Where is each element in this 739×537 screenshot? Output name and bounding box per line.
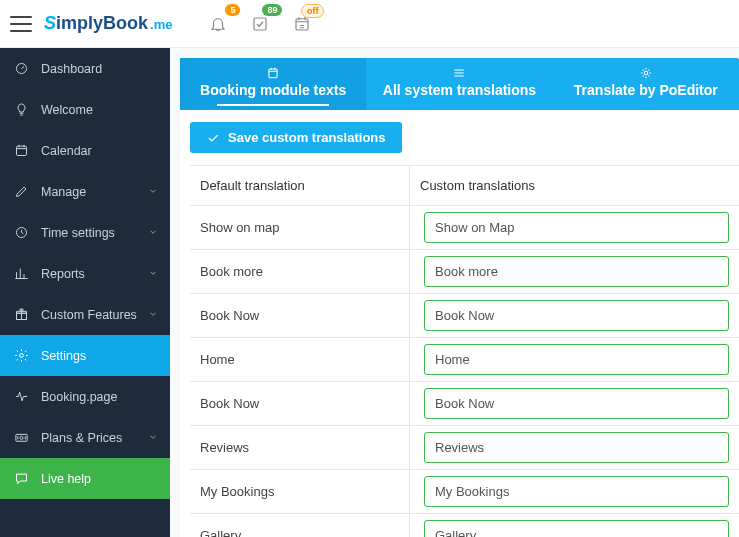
sidebar-item-settings[interactable]: Settings bbox=[0, 335, 170, 376]
header-custom: Custom translations bbox=[410, 166, 739, 205]
tabs: Booking module textsAll system translati… bbox=[180, 58, 739, 110]
table-row: Show on map bbox=[190, 206, 739, 250]
sidebar-item-label: Custom Features bbox=[41, 308, 137, 322]
booking-status-badge: off bbox=[301, 4, 325, 18]
custom-translation-input[interactable] bbox=[424, 432, 729, 463]
sidebar-item-label: Reports bbox=[41, 267, 85, 281]
sidebar-item-calendar[interactable]: Calendar bbox=[0, 130, 170, 171]
tasks-icon[interactable]: 89 bbox=[248, 12, 272, 36]
chat-icon bbox=[14, 471, 29, 486]
default-translation-cell: Book Now bbox=[190, 294, 410, 337]
sidebar: DashboardWelcomeCalendarManageTime setti… bbox=[0, 48, 170, 537]
table-row: My Bookings bbox=[190, 470, 739, 514]
gift-icon bbox=[14, 307, 29, 322]
menu-toggle[interactable] bbox=[10, 16, 32, 32]
tab-icon bbox=[266, 66, 280, 80]
logo[interactable]: SimplyBook.me bbox=[44, 13, 172, 34]
tab-icon bbox=[452, 66, 466, 80]
bulb-icon bbox=[14, 102, 29, 117]
tasks-badge: 89 bbox=[262, 4, 282, 16]
table-row: Book Now bbox=[190, 382, 739, 426]
custom-translation-input[interactable] bbox=[424, 388, 729, 419]
top-icons: 5 89 off bbox=[206, 12, 314, 36]
svg-point-10 bbox=[644, 71, 648, 75]
custom-translation-input[interactable] bbox=[424, 520, 729, 537]
tab-booking-module-texts[interactable]: Booking module texts bbox=[180, 58, 366, 110]
calendar-icon bbox=[14, 143, 29, 158]
sidebar-item-label: Welcome bbox=[41, 103, 93, 117]
sidebar-item-plans-prices[interactable]: Plans & Prices bbox=[0, 417, 170, 458]
chevron-down-icon bbox=[148, 267, 158, 281]
sidebar-item-label: Time settings bbox=[41, 226, 115, 240]
sidebar-item-label: Live help bbox=[41, 472, 91, 486]
sidebar-item-label: Plans & Prices bbox=[41, 431, 122, 445]
tab-label: All system translations bbox=[383, 82, 536, 98]
default-translation-cell: Book more bbox=[190, 250, 410, 293]
notifications-icon[interactable]: 5 bbox=[206, 12, 230, 36]
booking-status-icon[interactable]: off bbox=[290, 12, 314, 36]
custom-translation-input[interactable] bbox=[424, 256, 729, 287]
sidebar-item-label: Dashboard bbox=[41, 62, 102, 76]
sidebar-item-live-help[interactable]: Live help bbox=[0, 458, 170, 499]
gear-icon bbox=[14, 348, 29, 363]
notifications-badge: 5 bbox=[225, 4, 240, 16]
sidebar-item-reports[interactable]: Reports bbox=[0, 253, 170, 294]
sidebar-item-label: Booking.page bbox=[41, 390, 117, 404]
tab-all-system-translations[interactable]: All system translations bbox=[366, 58, 552, 110]
chevron-down-icon bbox=[148, 308, 158, 322]
sidebar-item-time-settings[interactable]: Time settings bbox=[0, 212, 170, 253]
default-translation-cell: Book Now bbox=[190, 382, 410, 425]
sidebar-item-booking-page[interactable]: Booking.page bbox=[0, 376, 170, 417]
sidebar-item-dashboard[interactable]: Dashboard bbox=[0, 48, 170, 89]
money-icon bbox=[14, 430, 29, 445]
sidebar-item-welcome[interactable]: Welcome bbox=[0, 89, 170, 130]
svg-rect-9 bbox=[269, 69, 277, 78]
pulse-icon bbox=[14, 389, 29, 404]
main-content: Booking module textsAll system translati… bbox=[170, 48, 739, 537]
translations-table: Default translation Custom translations … bbox=[190, 165, 739, 537]
table-header: Default translation Custom translations bbox=[190, 166, 739, 206]
table-row: Book Now bbox=[190, 294, 739, 338]
chevron-down-icon bbox=[148, 226, 158, 240]
table-row: Home bbox=[190, 338, 739, 382]
sidebar-item-manage[interactable]: Manage bbox=[0, 171, 170, 212]
header-default: Default translation bbox=[190, 166, 410, 205]
default-translation-cell: Reviews bbox=[190, 426, 410, 469]
topbar: SimplyBook.me 5 89 off bbox=[0, 0, 739, 48]
custom-translation-input[interactable] bbox=[424, 344, 729, 375]
default-translation-cell: My Bookings bbox=[190, 470, 410, 513]
save-button[interactable]: Save custom translations bbox=[190, 122, 402, 153]
svg-rect-0 bbox=[254, 18, 266, 30]
check-icon bbox=[206, 131, 220, 145]
tab-label: Translate by PoEditor bbox=[574, 82, 718, 98]
gauge-icon bbox=[14, 61, 29, 76]
chart-icon bbox=[14, 266, 29, 281]
sidebar-item-label: Manage bbox=[41, 185, 86, 199]
clock-icon bbox=[14, 225, 29, 240]
sidebar-item-label: Calendar bbox=[41, 144, 92, 158]
svg-point-8 bbox=[20, 436, 23, 439]
table-row: Book more bbox=[190, 250, 739, 294]
table-row: Gallery bbox=[190, 514, 739, 537]
svg-rect-3 bbox=[17, 146, 27, 155]
content: Save custom translations Default transla… bbox=[180, 110, 739, 537]
default-translation-cell: Home bbox=[190, 338, 410, 381]
pencil-icon bbox=[14, 184, 29, 199]
table-row: Reviews bbox=[190, 426, 739, 470]
tab-icon bbox=[639, 66, 653, 80]
custom-translation-input[interactable] bbox=[424, 300, 729, 331]
sidebar-item-custom-features[interactable]: Custom Features bbox=[0, 294, 170, 335]
svg-point-6 bbox=[20, 354, 24, 358]
chevron-down-icon bbox=[148, 431, 158, 445]
custom-translation-input[interactable] bbox=[424, 212, 729, 243]
sidebar-item-label: Settings bbox=[41, 349, 86, 363]
tab-translate-by-poeditor[interactable]: Translate by PoEditor bbox=[553, 58, 739, 110]
chevron-down-icon bbox=[148, 185, 158, 199]
tab-label: Booking module texts bbox=[200, 82, 346, 98]
default-translation-cell: Show on map bbox=[190, 206, 410, 249]
default-translation-cell: Gallery bbox=[190, 514, 410, 537]
custom-translation-input[interactable] bbox=[424, 476, 729, 507]
